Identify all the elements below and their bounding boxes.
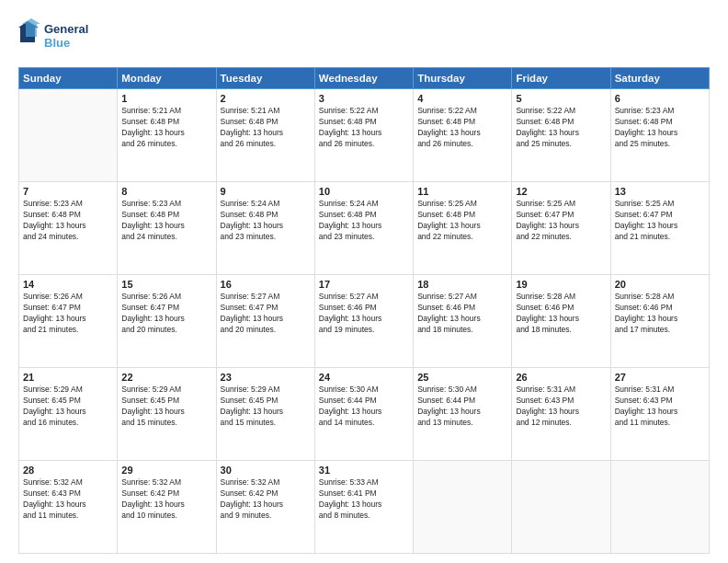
calendar-cell: 13Sunrise: 5:25 AM Sunset: 6:47 PM Dayli… bbox=[610, 182, 709, 275]
day-info: Sunrise: 5:30 AM Sunset: 6:44 PM Dayligh… bbox=[319, 385, 409, 429]
calendar-cell: 23Sunrise: 5:29 AM Sunset: 6:45 PM Dayli… bbox=[216, 368, 314, 461]
day-info: Sunrise: 5:21 AM Sunset: 6:48 PM Dayligh… bbox=[221, 106, 311, 150]
calendar-cell: 5Sunrise: 5:22 AM Sunset: 6:48 PM Daylig… bbox=[512, 89, 610, 182]
day-info: Sunrise: 5:25 AM Sunset: 6:47 PM Dayligh… bbox=[615, 199, 705, 243]
calendar-cell: 10Sunrise: 5:24 AM Sunset: 6:48 PM Dayli… bbox=[314, 182, 413, 275]
day-number: 25 bbox=[417, 372, 507, 383]
day-number: 7 bbox=[23, 186, 113, 197]
calendar-cell: 21Sunrise: 5:29 AM Sunset: 6:45 PM Dayli… bbox=[19, 368, 118, 461]
day-info: Sunrise: 5:26 AM Sunset: 6:47 PM Dayligh… bbox=[23, 292, 113, 336]
day-info: Sunrise: 5:22 AM Sunset: 6:48 PM Dayligh… bbox=[417, 106, 507, 150]
day-header-wednesday: Wednesday bbox=[314, 68, 413, 89]
day-header-tuesday: Tuesday bbox=[216, 68, 314, 89]
page-header: General Blue bbox=[18, 17, 710, 58]
calendar-cell bbox=[414, 461, 512, 554]
day-number: 28 bbox=[23, 465, 113, 476]
day-number: 29 bbox=[121, 465, 211, 476]
day-number: 23 bbox=[221, 372, 311, 383]
calendar-cell: 26Sunrise: 5:31 AM Sunset: 6:43 PM Dayli… bbox=[512, 368, 610, 461]
day-info: Sunrise: 5:27 AM Sunset: 6:46 PM Dayligh… bbox=[319, 292, 409, 336]
day-number: 15 bbox=[121, 279, 211, 290]
day-info: Sunrise: 5:32 AM Sunset: 6:42 PM Dayligh… bbox=[221, 477, 311, 522]
calendar-cell: 30Sunrise: 5:32 AM Sunset: 6:42 PM Dayli… bbox=[216, 461, 314, 554]
calendar-cell bbox=[610, 461, 709, 554]
calendar-cell: 14Sunrise: 5:26 AM Sunset: 6:47 PM Dayli… bbox=[19, 275, 118, 368]
calendar-header-row: SundayMondayTuesdayWednesdayThursdayFrid… bbox=[19, 68, 710, 89]
day-info: Sunrise: 5:33 AM Sunset: 6:41 PM Dayligh… bbox=[319, 477, 409, 522]
day-info: Sunrise: 5:21 AM Sunset: 6:48 PM Dayligh… bbox=[121, 106, 211, 150]
day-number: 14 bbox=[23, 279, 113, 290]
calendar-cell: 29Sunrise: 5:32 AM Sunset: 6:42 PM Dayli… bbox=[118, 461, 216, 554]
day-info: Sunrise: 5:29 AM Sunset: 6:45 PM Dayligh… bbox=[121, 385, 211, 429]
day-number: 1 bbox=[121, 93, 211, 104]
calendar-cell: 17Sunrise: 5:27 AM Sunset: 6:46 PM Dayli… bbox=[314, 275, 413, 368]
calendar-cell: 31Sunrise: 5:33 AM Sunset: 6:41 PM Dayli… bbox=[314, 461, 413, 554]
calendar-cell: 20Sunrise: 5:28 AM Sunset: 6:46 PM Dayli… bbox=[610, 275, 709, 368]
logo-svg: General Blue bbox=[18, 17, 101, 58]
day-number: 6 bbox=[615, 93, 705, 104]
calendar-cell: 3Sunrise: 5:22 AM Sunset: 6:48 PM Daylig… bbox=[314, 89, 413, 182]
day-number: 12 bbox=[516, 186, 606, 197]
day-number: 17 bbox=[319, 279, 409, 290]
day-info: Sunrise: 5:31 AM Sunset: 6:43 PM Dayligh… bbox=[615, 385, 705, 429]
day-number: 24 bbox=[319, 372, 409, 383]
day-number: 16 bbox=[221, 279, 311, 290]
day-number: 31 bbox=[319, 465, 409, 476]
svg-text:Blue: Blue bbox=[44, 36, 70, 50]
calendar-cell bbox=[19, 89, 118, 182]
day-number: 30 bbox=[221, 465, 311, 476]
day-info: Sunrise: 5:24 AM Sunset: 6:48 PM Dayligh… bbox=[319, 199, 409, 243]
day-header-saturday: Saturday bbox=[610, 68, 709, 89]
calendar-week-row: 7Sunrise: 5:23 AM Sunset: 6:48 PM Daylig… bbox=[19, 182, 710, 275]
calendar-week-row: 21Sunrise: 5:29 AM Sunset: 6:45 PM Dayli… bbox=[19, 368, 710, 461]
calendar-cell: 12Sunrise: 5:25 AM Sunset: 6:47 PM Dayli… bbox=[512, 182, 610, 275]
day-number: 4 bbox=[417, 93, 507, 104]
day-number: 11 bbox=[417, 186, 507, 197]
day-info: Sunrise: 5:32 AM Sunset: 6:43 PM Dayligh… bbox=[23, 477, 113, 522]
day-header-friday: Friday bbox=[512, 68, 610, 89]
calendar-cell: 27Sunrise: 5:31 AM Sunset: 6:43 PM Dayli… bbox=[610, 368, 709, 461]
day-number: 10 bbox=[319, 186, 409, 197]
day-info: Sunrise: 5:30 AM Sunset: 6:44 PM Dayligh… bbox=[417, 385, 507, 429]
calendar-table: SundayMondayTuesdayWednesdayThursdayFrid… bbox=[18, 67, 710, 554]
day-info: Sunrise: 5:29 AM Sunset: 6:45 PM Dayligh… bbox=[221, 385, 311, 429]
day-number: 22 bbox=[121, 372, 211, 383]
day-info: Sunrise: 5:26 AM Sunset: 6:47 PM Dayligh… bbox=[121, 292, 211, 336]
day-number: 27 bbox=[615, 372, 705, 383]
calendar-cell: 25Sunrise: 5:30 AM Sunset: 6:44 PM Dayli… bbox=[414, 368, 512, 461]
calendar-week-row: 1Sunrise: 5:21 AM Sunset: 6:48 PM Daylig… bbox=[19, 89, 710, 182]
day-info: Sunrise: 5:22 AM Sunset: 6:48 PM Dayligh… bbox=[516, 106, 606, 150]
day-info: Sunrise: 5:27 AM Sunset: 6:47 PM Dayligh… bbox=[221, 292, 311, 336]
calendar-cell: 2Sunrise: 5:21 AM Sunset: 6:48 PM Daylig… bbox=[216, 89, 314, 182]
day-header-monday: Monday bbox=[118, 68, 216, 89]
day-number: 21 bbox=[23, 372, 113, 383]
day-number: 2 bbox=[221, 93, 311, 104]
calendar-cell: 28Sunrise: 5:32 AM Sunset: 6:43 PM Dayli… bbox=[19, 461, 118, 554]
calendar-cell: 16Sunrise: 5:27 AM Sunset: 6:47 PM Dayli… bbox=[216, 275, 314, 368]
day-number: 5 bbox=[516, 93, 606, 104]
calendar-cell: 22Sunrise: 5:29 AM Sunset: 6:45 PM Dayli… bbox=[118, 368, 216, 461]
calendar-cell: 11Sunrise: 5:25 AM Sunset: 6:48 PM Dayli… bbox=[414, 182, 512, 275]
day-number: 9 bbox=[221, 186, 311, 197]
calendar-cell: 19Sunrise: 5:28 AM Sunset: 6:46 PM Dayli… bbox=[512, 275, 610, 368]
day-info: Sunrise: 5:32 AM Sunset: 6:42 PM Dayligh… bbox=[121, 477, 211, 522]
day-info: Sunrise: 5:23 AM Sunset: 6:48 PM Dayligh… bbox=[121, 199, 211, 243]
calendar-cell: 24Sunrise: 5:30 AM Sunset: 6:44 PM Dayli… bbox=[314, 368, 413, 461]
day-header-thursday: Thursday bbox=[414, 68, 512, 89]
calendar-cell: 6Sunrise: 5:23 AM Sunset: 6:48 PM Daylig… bbox=[610, 89, 709, 182]
day-info: Sunrise: 5:25 AM Sunset: 6:47 PM Dayligh… bbox=[516, 199, 606, 243]
calendar-week-row: 14Sunrise: 5:26 AM Sunset: 6:47 PM Dayli… bbox=[19, 275, 710, 368]
day-number: 8 bbox=[121, 186, 211, 197]
calendar-week-row: 28Sunrise: 5:32 AM Sunset: 6:43 PM Dayli… bbox=[19, 461, 710, 554]
logo: General Blue bbox=[18, 17, 101, 58]
day-info: Sunrise: 5:23 AM Sunset: 6:48 PM Dayligh… bbox=[615, 106, 705, 150]
calendar-cell bbox=[512, 461, 610, 554]
calendar-cell: 15Sunrise: 5:26 AM Sunset: 6:47 PM Dayli… bbox=[118, 275, 216, 368]
day-number: 18 bbox=[417, 279, 507, 290]
day-info: Sunrise: 5:28 AM Sunset: 6:46 PM Dayligh… bbox=[615, 292, 705, 336]
calendar-cell: 8Sunrise: 5:23 AM Sunset: 6:48 PM Daylig… bbox=[118, 182, 216, 275]
day-info: Sunrise: 5:22 AM Sunset: 6:48 PM Dayligh… bbox=[319, 106, 409, 150]
day-info: Sunrise: 5:31 AM Sunset: 6:43 PM Dayligh… bbox=[516, 385, 606, 429]
day-number: 3 bbox=[319, 93, 409, 104]
day-info: Sunrise: 5:23 AM Sunset: 6:48 PM Dayligh… bbox=[23, 199, 113, 243]
